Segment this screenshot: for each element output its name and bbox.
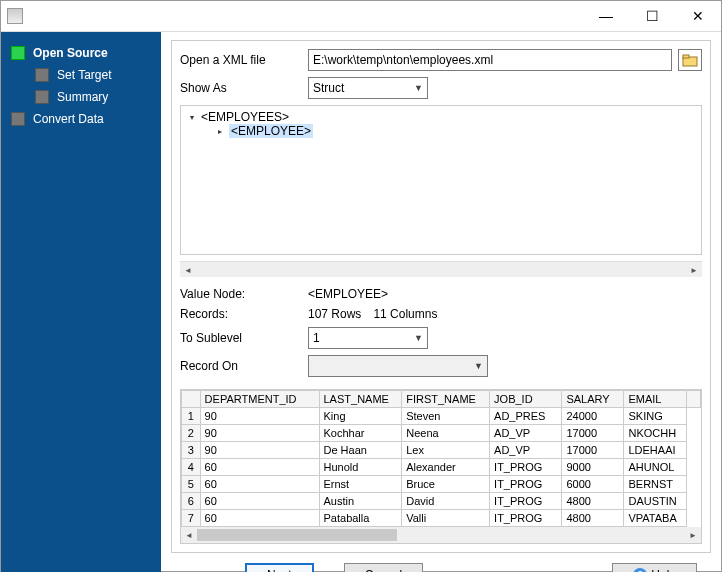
cell[interactable]: 60 bbox=[200, 459, 319, 476]
cell[interactable]: DAUSTIN bbox=[624, 493, 686, 510]
top-panel: Open a XML file Show As Struct ▼ ▾ bbox=[171, 40, 711, 553]
cell[interactable]: 17000 bbox=[562, 425, 624, 442]
sidebar-item-convert-data[interactable]: Convert Data bbox=[1, 108, 161, 130]
tree-node-label: <EMPLOYEES> bbox=[201, 110, 289, 124]
cell[interactable]: IT_PROG bbox=[490, 459, 562, 476]
cell[interactable]: David bbox=[402, 493, 490, 510]
records-label: Records: bbox=[180, 307, 302, 321]
sidebar-item-summary[interactable]: Summary bbox=[1, 86, 161, 108]
cell[interactable]: AD_VP bbox=[490, 442, 562, 459]
svg-rect-1 bbox=[683, 55, 689, 58]
cell[interactable]: Steven bbox=[402, 408, 490, 425]
cell[interactable]: 90 bbox=[200, 442, 319, 459]
cell[interactable]: NKOCHH bbox=[624, 425, 686, 442]
cell[interactable]: Pataballa bbox=[319, 510, 402, 527]
scroll-right-icon[interactable]: ► bbox=[686, 262, 702, 278]
cell[interactable]: De Haan bbox=[319, 442, 402, 459]
table-row[interactable]: 390De HaanLexAD_VP17000LDEHAAI bbox=[182, 442, 701, 459]
browse-button[interactable] bbox=[678, 49, 702, 71]
cell[interactable]: 60 bbox=[200, 476, 319, 493]
cell[interactable]: Ernst bbox=[319, 476, 402, 493]
col-header[interactable]: LAST_NAME bbox=[319, 391, 402, 408]
cell[interactable]: 9000 bbox=[562, 459, 624, 476]
row-header: 2 bbox=[182, 425, 201, 442]
cell[interactable]: Neena bbox=[402, 425, 490, 442]
cancel-button[interactable]: Cancel bbox=[344, 563, 423, 572]
cell[interactable]: VPATABA bbox=[624, 510, 686, 527]
table-row[interactable]: 660AustinDavidIT_PROG4800DAUSTIN bbox=[182, 493, 701, 510]
cell[interactable]: IT_PROG bbox=[490, 510, 562, 527]
xml-tree-view[interactable]: ▾ <EMPLOYEES> ▸ <EMPLOYEE> bbox=[180, 105, 702, 255]
scroll-right-icon[interactable]: ► bbox=[685, 527, 701, 543]
cell[interactable]: Hunold bbox=[319, 459, 402, 476]
minimize-button[interactable]: — bbox=[583, 1, 629, 31]
table-row[interactable]: 760PataballaValliIT_PROG4800VPATABA bbox=[182, 510, 701, 527]
step-marker-icon bbox=[35, 90, 49, 104]
cell[interactable]: 4800 bbox=[562, 510, 624, 527]
value-node-value: <EMPLOYEE> bbox=[308, 287, 388, 301]
maximize-button[interactable]: ☐ bbox=[629, 1, 675, 31]
sidebar-item-open-source[interactable]: Open Source bbox=[1, 42, 161, 64]
table-row[interactable]: 460HunoldAlexanderIT_PROG9000AHUNOL bbox=[182, 459, 701, 476]
help-button-label: Help bbox=[651, 568, 676, 572]
cell[interactable]: 6000 bbox=[562, 476, 624, 493]
cell[interactable]: Alexander bbox=[402, 459, 490, 476]
file-path-input[interactable] bbox=[308, 49, 672, 71]
help-icon: ? bbox=[633, 568, 647, 572]
scrollbar-thumb[interactable] bbox=[197, 529, 397, 541]
table-row[interactable]: 290KochharNeenaAD_VP17000NKOCHH bbox=[182, 425, 701, 442]
row-header: 5 bbox=[182, 476, 201, 493]
cell[interactable]: 60 bbox=[200, 510, 319, 527]
cell[interactable]: 60 bbox=[200, 493, 319, 510]
cell[interactable]: AD_PRES bbox=[490, 408, 562, 425]
table-row[interactable]: 190KingStevenAD_PRES24000SKING bbox=[182, 408, 701, 425]
col-header[interactable]: FIRST_NAME bbox=[402, 391, 490, 408]
tree-h-scrollbar[interactable]: ◄ ► bbox=[180, 261, 702, 277]
cell[interactable]: IT_PROG bbox=[490, 476, 562, 493]
cell[interactable]: 90 bbox=[200, 425, 319, 442]
cell[interactable]: BERNST bbox=[624, 476, 686, 493]
help-button[interactable]: ? Help bbox=[612, 563, 697, 572]
collapse-icon[interactable]: ▾ bbox=[187, 113, 197, 122]
cell[interactable]: LDEHAAI bbox=[624, 442, 686, 459]
to-sublevel-select[interactable]: 1 ▼ bbox=[308, 327, 428, 349]
cell[interactable]: Bruce bbox=[402, 476, 490, 493]
scroll-left-icon[interactable]: ◄ bbox=[180, 262, 196, 278]
cell[interactable]: AHUNOL bbox=[624, 459, 686, 476]
col-header[interactable]: SALARY bbox=[562, 391, 624, 408]
col-header[interactable]: JOB_ID bbox=[490, 391, 562, 408]
close-button[interactable]: ✕ bbox=[675, 1, 721, 31]
preview-grid: DEPARTMENT_ID LAST_NAME FIRST_NAME JOB_I… bbox=[180, 389, 702, 544]
cell[interactable]: Austin bbox=[319, 493, 402, 510]
cell[interactable]: 90 bbox=[200, 408, 319, 425]
cell[interactable]: King bbox=[319, 408, 402, 425]
next-button[interactable]: Next bbox=[245, 563, 314, 572]
cell[interactable]: AD_VP bbox=[490, 425, 562, 442]
cell[interactable]: 24000 bbox=[562, 408, 624, 425]
col-header[interactable]: DEPARTMENT_ID bbox=[200, 391, 319, 408]
sidebar-item-label: Set Target bbox=[57, 68, 111, 82]
sidebar-item-set-target[interactable]: Set Target bbox=[1, 64, 161, 86]
scroll-left-icon[interactable]: ◄ bbox=[181, 527, 197, 543]
grid-h-scrollbar[interactable]: ◄ ► bbox=[181, 527, 701, 543]
cell[interactable]: Lex bbox=[402, 442, 490, 459]
tree-node-employee[interactable]: ▸ <EMPLOYEE> bbox=[187, 124, 695, 138]
folder-open-icon bbox=[682, 53, 698, 67]
tree-node-employees[interactable]: ▾ <EMPLOYEES> bbox=[187, 110, 695, 124]
record-on-select[interactable]: ▼ bbox=[308, 355, 488, 377]
show-as-select[interactable]: Struct ▼ bbox=[308, 77, 428, 99]
wizard-sidebar: Open Source Set Target Summary Convert D… bbox=[1, 32, 161, 572]
cell[interactable]: 17000 bbox=[562, 442, 624, 459]
expand-icon[interactable]: ▸ bbox=[215, 127, 225, 136]
value-node-label: Value Node: bbox=[180, 287, 302, 301]
cell[interactable]: SKING bbox=[624, 408, 686, 425]
cell[interactable]: IT_PROG bbox=[490, 493, 562, 510]
step-marker-icon bbox=[11, 46, 25, 60]
table-row[interactable]: 560ErnstBruceIT_PROG6000BERNST bbox=[182, 476, 701, 493]
show-as-label: Show As bbox=[180, 81, 302, 95]
v-scrollbar[interactable] bbox=[686, 391, 701, 408]
cell[interactable]: 4800 bbox=[562, 493, 624, 510]
cell[interactable]: Valli bbox=[402, 510, 490, 527]
cell[interactable]: Kochhar bbox=[319, 425, 402, 442]
col-header[interactable]: EMAIL bbox=[624, 391, 686, 408]
